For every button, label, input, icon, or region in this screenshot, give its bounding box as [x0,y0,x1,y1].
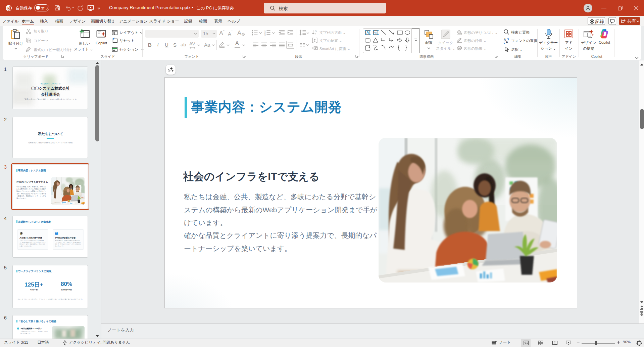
svg-text:A: A [374,31,378,35]
svg-text:3: 3 [264,34,266,36]
svg-text:P: P [7,6,9,10]
svg-text:A: A [366,31,369,34]
svg-text:A: A [506,40,508,44]
svg-text:A: A [315,29,317,33]
